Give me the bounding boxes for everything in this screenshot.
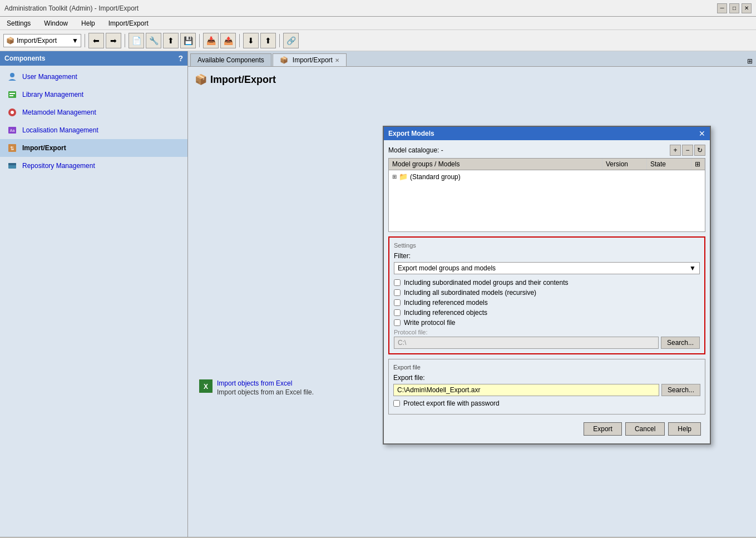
toolbar-btn-11[interactable]: 🔗 — [283, 33, 299, 48]
tab-import-export[interactable]: 📦 Import/Export ✕ — [273, 53, 347, 66]
menu-settings[interactable]: Settings — [2, 18, 35, 28]
checkbox-subordinated-groups-input[interactable] — [394, 279, 401, 286]
filter-dropdown[interactable]: Export model groups and models ▼ — [394, 262, 700, 274]
catalogue-buttons: + − ↻ — [670, 145, 705, 156]
checkbox-write-protocol-label: Write protocol file — [404, 319, 455, 327]
metamodel-management-label: Metamodel Management — [22, 108, 96, 116]
toolbar-btn-1[interactable]: ⬅ — [88, 33, 104, 48]
filter-arrow-icon: ▼ — [689, 264, 696, 272]
sidebar-items: User Management Library Management Metam… — [0, 66, 187, 177]
import-excel-link[interactable]: Import objects from Excel — [217, 379, 314, 387]
toolbar-btn-7[interactable]: 📥 — [203, 33, 219, 48]
separator-2 — [125, 34, 125, 47]
protocol-file-input[interactable] — [394, 337, 659, 349]
sidebar-help-icon[interactable]: ? — [178, 54, 183, 63]
separator-4 — [239, 34, 240, 47]
svg-rect-1 — [8, 91, 16, 98]
title-bar: Administration Toolkit (Admin) - Import/… — [0, 0, 756, 17]
tab-import-export-icon: 📦 — [280, 56, 288, 64]
toolbar-btn-9[interactable]: ⬇ — [243, 33, 259, 48]
sidebar: Components ? User Management Library Man… — [0, 51, 188, 537]
checkbox-referenced-models-input[interactable] — [394, 299, 401, 306]
checkbox-subordinated-models-input[interactable] — [394, 289, 401, 296]
import-export-icon: ⇅ — [7, 142, 18, 154]
toolbar-btn-4[interactable]: 🔧 — [146, 33, 161, 48]
page-title-icon: 📦 — [195, 73, 207, 86]
toolbar-btn-2[interactable]: ➡ — [106, 33, 121, 48]
user-management-label: User Management — [22, 73, 77, 81]
sidebar-item-repository-management[interactable]: Repository Management — [0, 157, 187, 175]
dialog-close-button[interactable]: ✕ — [699, 129, 705, 138]
user-management-icon — [7, 71, 18, 82]
main-layout: Components ? User Management Library Man… — [0, 51, 756, 537]
protocol-file-label: Protocol file: — [394, 329, 700, 335]
sidebar-item-user-management[interactable]: User Management — [0, 68, 187, 86]
col-name: Model groups / Models — [389, 159, 602, 170]
menu-window[interactable]: Window — [39, 18, 72, 28]
context-icon: 📦 — [6, 37, 14, 45]
checkbox-referenced-objects: Including referenced objects — [394, 309, 700, 317]
toolbar-btn-6[interactable]: 💾 — [180, 33, 196, 48]
checkbox-password: Protect export file with password — [393, 399, 700, 407]
toolbar-btn-10[interactable]: ⬆ — [260, 33, 276, 48]
import-excel-icon: X — [199, 379, 213, 393]
cancel-button[interactable]: Cancel — [625, 422, 665, 436]
checkbox-password-input[interactable] — [393, 400, 400, 407]
protocol-file-row: Search... — [394, 337, 700, 349]
help-button[interactable]: Help — [668, 422, 701, 436]
page-title-text: Import/Export — [210, 74, 276, 86]
protocol-search-button[interactable]: Search... — [661, 337, 700, 349]
checkbox-referenced-models: Including referenced models — [394, 299, 700, 307]
catalogue-add-btn[interactable]: + — [670, 145, 681, 156]
catalogue-remove-btn[interactable]: − — [682, 145, 693, 156]
context-label: Import/Export — [17, 37, 57, 45]
model-rows[interactable]: ⊞ 📁 (Standard group) — [389, 170, 705, 231]
svg-text:⇅: ⇅ — [10, 146, 14, 151]
library-management-label: Library Management — [22, 91, 83, 98]
separator-3 — [199, 34, 200, 47]
toolbar-btn-3[interactable]: 📄 — [129, 33, 144, 48]
tab-close-icon[interactable]: ✕ — [335, 57, 339, 63]
export-file-input[interactable] — [393, 384, 659, 396]
model-catalogue-label: Model catalogue: - — [388, 146, 443, 154]
menu-import-export[interactable]: Import/Export — [104, 18, 153, 28]
dialog-buttons: Export Cancel Help — [388, 419, 705, 439]
localisation-management-icon: Aa — [7, 125, 18, 136]
sidebar-item-import-export[interactable]: ⇅ Import/Export — [0, 139, 187, 157]
dropdown-arrow: ▼ — [72, 37, 78, 45]
export-search-button[interactable]: Search... — [661, 384, 700, 396]
export-models-dialog: Export Models ✕ Model catalogue: - + − ↻… — [383, 126, 711, 445]
context-dropdown[interactable]: 📦 Import/Export ▼ — [3, 34, 81, 47]
expand-icon[interactable]: ⊞ — [392, 174, 397, 180]
checkbox-referenced-objects-label: Including referenced objects — [404, 309, 487, 317]
checkbox-subordinated-models-label: Including all subordinated models (recur… — [404, 289, 536, 297]
filter-label: Filter: — [394, 252, 700, 260]
minimize-button[interactable]: ─ — [717, 3, 727, 13]
close-button[interactable]: ✕ — [742, 3, 752, 13]
maximize-button[interactable]: □ — [729, 3, 739, 13]
tab-bar: Available Components 📦 Import/Export ✕ ⊞ — [188, 51, 756, 67]
sidebar-item-metamodel-management[interactable]: Metamodel Management — [0, 103, 187, 121]
filter-value: Export model groups and models — [398, 264, 496, 272]
toolbar-btn-5[interactable]: ⬆ — [163, 33, 179, 48]
checkbox-write-protocol-input[interactable] — [394, 319, 401, 326]
checkbox-referenced-objects-input[interactable] — [394, 309, 401, 316]
sidebar-item-library-management[interactable]: Library Management — [0, 86, 187, 103]
svg-point-5 — [11, 111, 14, 114]
svg-rect-11 — [8, 163, 16, 165]
separator-5 — [279, 34, 280, 47]
export-button[interactable]: Export — [584, 422, 622, 436]
content-area: Available Components 📦 Import/Export ✕ ⊞… — [188, 51, 756, 537]
tabs-container: Available Components 📦 Import/Export ✕ — [190, 53, 347, 66]
model-table: Model groups / Models Version State ⊞ ⊞ … — [388, 158, 705, 232]
menu-bar: Settings Window Help Import/Export — [0, 17, 756, 30]
menu-help[interactable]: Help — [77, 18, 100, 28]
tab-available-components[interactable]: Available Components — [190, 53, 271, 66]
catalogue-refresh-btn[interactable]: ↻ — [694, 145, 705, 156]
tab-expand-btn[interactable]: ⊞ — [744, 56, 756, 66]
svg-text:Aa: Aa — [10, 129, 15, 132]
toolbar-btn-8[interactable]: 📤 — [220, 33, 236, 48]
repository-management-label: Repository Management — [22, 162, 95, 170]
sidebar-item-localisation-management[interactable]: Aa Localisation Management — [0, 121, 187, 139]
export-file-title: Export file — [393, 364, 700, 371]
